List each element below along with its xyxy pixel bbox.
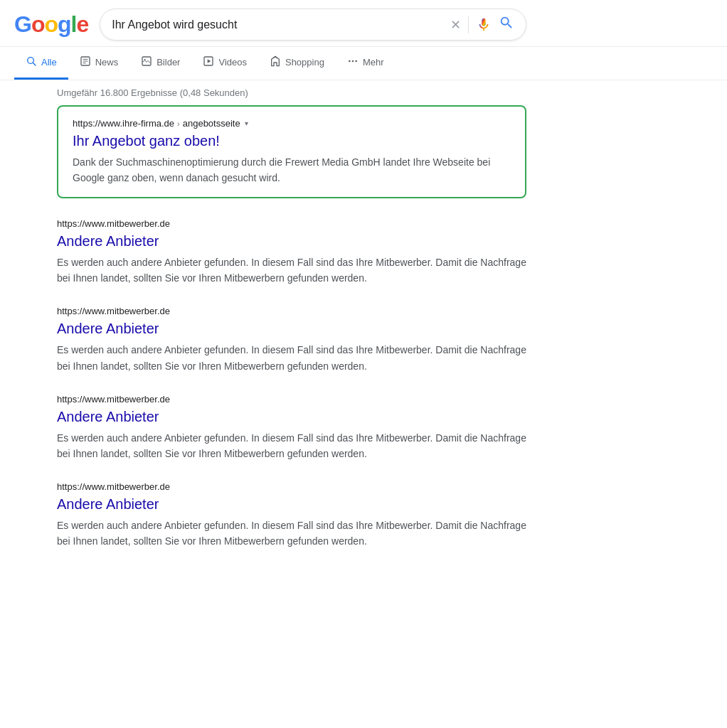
google-logo[interactable]: Google bbox=[14, 11, 88, 38]
svg-marker-9 bbox=[208, 59, 211, 63]
search-bar: ✕ bbox=[100, 9, 526, 41]
news-tab-icon bbox=[80, 55, 91, 69]
breadcrumb-arrow-icon: › bbox=[177, 119, 180, 128]
result-description: Es werden auch andere Anbieter gefunden.… bbox=[57, 342, 526, 373]
tabs-bar: Alle News Bilder bbox=[0, 47, 727, 80]
result-title[interactable]: Andere Anbieter bbox=[57, 407, 526, 426]
search-tab-icon bbox=[26, 55, 37, 69]
result-title[interactable]: Andere Anbieter bbox=[57, 495, 526, 513]
result-item: https://www.mitbewerber.de Andere Anbiet… bbox=[57, 306, 526, 373]
result-description: Es werden auch andere Anbieter gefunden.… bbox=[57, 430, 526, 461]
result-title[interactable]: Andere Anbieter bbox=[57, 319, 526, 338]
results-info: Umgefähr 16.800 Ergebnisse (0,48 Sekunde… bbox=[0, 80, 727, 105]
tab-mehr-label: Mehr bbox=[363, 57, 384, 68]
search-bar-icons: ✕ bbox=[450, 15, 514, 34]
tab-mehr[interactable]: Mehr bbox=[336, 47, 396, 80]
svg-point-12 bbox=[355, 60, 357, 63]
results-container: https://www.ihre-firma.de › angebotsseit… bbox=[0, 105, 727, 549]
tab-alle[interactable]: Alle bbox=[14, 47, 68, 80]
search-input[interactable] bbox=[112, 18, 445, 31]
tab-videos-label: Videos bbox=[218, 57, 247, 68]
tab-bilder-label: Bilder bbox=[156, 57, 180, 68]
videos-tab-icon bbox=[203, 55, 214, 69]
result-url: https://www.mitbewerber.de bbox=[57, 218, 526, 229]
tab-bilder[interactable]: Bilder bbox=[129, 47, 191, 80]
featured-result-title[interactable]: Ihr Angebot ganz oben! bbox=[73, 132, 511, 150]
result-url: https://www.mitbewerber.de bbox=[57, 394, 526, 405]
result-url: https://www.mitbewerber.de bbox=[57, 481, 526, 492]
header: Google ✕ bbox=[0, 0, 727, 47]
svg-point-10 bbox=[349, 60, 351, 63]
featured-result-url: https://www.ihre-firma.de › angebotsseit… bbox=[73, 118, 511, 129]
shopping-tab-icon bbox=[270, 55, 281, 69]
result-description: Es werden auch andere Anbieter gefunden.… bbox=[57, 255, 526, 286]
search-submit-icon[interactable] bbox=[499, 15, 514, 34]
svg-line-1 bbox=[33, 63, 36, 65]
result-description: Es werden auch andere Anbieter gefunden.… bbox=[57, 518, 526, 549]
clear-icon[interactable]: ✕ bbox=[450, 18, 461, 31]
dropdown-arrow-icon[interactable]: ▾ bbox=[245, 119, 248, 127]
tab-news[interactable]: News bbox=[68, 47, 130, 80]
featured-result-description: Dank der Suchmaschinenoptimierung durch … bbox=[73, 154, 511, 186]
result-item: https://www.mitbewerber.de Andere Anbiet… bbox=[57, 481, 526, 549]
tab-shopping-label: Shopping bbox=[285, 57, 324, 68]
tab-news-label: News bbox=[95, 57, 119, 68]
bilder-tab-icon bbox=[141, 55, 152, 69]
mehr-tab-icon bbox=[347, 55, 359, 69]
result-url: https://www.mitbewerber.de bbox=[57, 306, 526, 316]
svg-point-11 bbox=[352, 60, 354, 63]
tab-alle-label: Alle bbox=[41, 57, 57, 68]
tab-shopping[interactable]: Shopping bbox=[258, 47, 336, 80]
result-item: https://www.mitbewerber.de Andere Anbiet… bbox=[57, 394, 526, 461]
result-title[interactable]: Andere Anbieter bbox=[57, 232, 526, 250]
mic-icon[interactable] bbox=[476, 17, 492, 33]
tab-videos[interactable]: Videos bbox=[191, 47, 258, 80]
featured-result: https://www.ihre-firma.de › angebotsseit… bbox=[57, 105, 526, 198]
divider bbox=[468, 16, 469, 33]
result-item: https://www.mitbewerber.de Andere Anbiet… bbox=[57, 218, 526, 286]
